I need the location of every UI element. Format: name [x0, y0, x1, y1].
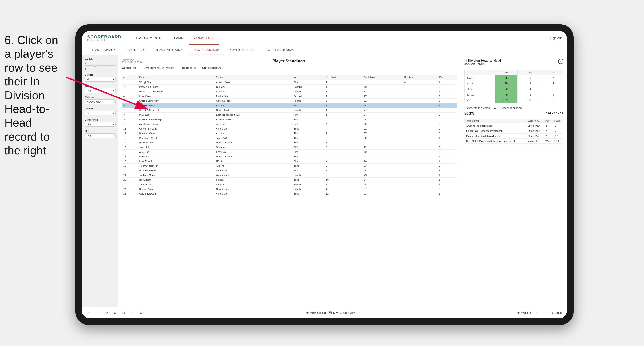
table-row[interactable]: 5 Christo Lamprecht Georgia Tech Fourth … — [122, 99, 457, 103]
nav-tournaments[interactable]: TOURNAMENTS — [130, 31, 166, 45]
export-btn[interactable]: ↑ — [534, 310, 540, 316]
table-row[interactable]: 4 Luke Claton Florida State Second 1 27 … — [122, 94, 457, 99]
table-row[interactable]: 13 Phichaksn Maichon Texas A&M Third 6 3… — [122, 136, 457, 140]
cell-rds — [403, 154, 438, 159]
cell-yr: Third — [292, 127, 324, 131]
undo-button[interactable]: ↩ — [86, 310, 93, 316]
cell-num: 15 — [122, 145, 138, 150]
region-select[interactable]: N/a — [84, 111, 116, 115]
nav-committee[interactable]: COMMITTEE — [189, 31, 219, 45]
table-row[interactable]: 6 Jackson Koivun Auburn First 1 14 1 — [122, 103, 457, 108]
table-row[interactable]: 1 Wenyi Ding Arizona State First 1 8 1 — [122, 80, 457, 85]
cell-rds — [403, 117, 438, 122]
cell-player: Jack Lundin — [138, 182, 215, 187]
table-row[interactable]: 25 Cole Sherwood Vanderbilt Third 12 23 … — [122, 191, 457, 196]
table-row[interactable]: 22 Ian Gilligan Florida Third 10 24 1 — [122, 177, 457, 182]
sub-nav-team-h2h-heatmap[interactable]: TEAM H2H HEATMAP — [151, 45, 189, 55]
cell-school: Georgia Tech — [215, 99, 292, 103]
cell-num: 20 — [122, 168, 138, 173]
view-original-btn[interactable]: 👁 View: Original — [306, 311, 326, 314]
cell-yr: Fourth — [292, 187, 324, 191]
table-row[interactable]: 10 Jacob Mac Diesen Arkansas Fifth 4 25 … — [122, 122, 457, 127]
table-row[interactable]: 16 Alex Goff Kentucky Fifth 8 19 0 — [122, 150, 457, 154]
table-row[interactable]: 9 Preston Summerhays Arizona State Third… — [122, 117, 457, 122]
table-row[interactable]: 12 Brendan Valles Auburn Third 7 27 0 — [122, 131, 457, 136]
table-row[interactable]: 21 Taehoon Song Washington Fourth 6 23 1 — [122, 173, 457, 177]
cell-player: Bastien Amat — [138, 187, 215, 191]
cell-reg: 4 — [325, 159, 362, 164]
sign-out-link[interactable]: Sign out — [550, 36, 562, 40]
h2h-close-button[interactable]: × — [558, 59, 564, 64]
gender-filter-display: Gender: Men — [122, 66, 138, 69]
year-select[interactable]: (All) — [84, 88, 116, 93]
h2h-row: >100 578 11 1 — [464, 98, 564, 103]
cell-num: 2 — [122, 85, 138, 89]
h2h-win: 578 — [495, 98, 518, 103]
cell-rds — [403, 131, 438, 136]
h2h-loss: 4 — [518, 86, 543, 92]
main-content: No Rds. 6 0 Gender Men Year (A — [82, 55, 567, 307]
cell-yr: Third — [292, 117, 324, 122]
view-original-label: View: Original — [310, 311, 326, 314]
table-row[interactable]: 17 David Ford North Carolina Third 9 21 … — [122, 154, 457, 159]
cell-reg: 8 — [325, 150, 362, 154]
grid-btn[interactable]: ⊞ — [542, 310, 549, 316]
sub-nav-team-summary[interactable]: TEAM SUMMARY — [87, 45, 120, 55]
table-row[interactable]: 3 Michael Thorbjornsen Stanford Fourth 1… — [122, 89, 457, 94]
t-col-pos: Pos — [544, 119, 552, 123]
sub-nav-team-h2h-grid[interactable]: TEAM H2H GRID — [120, 45, 151, 55]
refresh-button[interactable]: ↻ — [138, 310, 144, 316]
cell-conf — [362, 80, 403, 85]
tournament-row: Mirabel Maui Jim Intercollegiate Stroke … — [464, 134, 564, 139]
tournament-row: Fallon Oak Collegiate Invitational Strok… — [464, 129, 564, 134]
table-row[interactable]: 23 Jack Lundin Missouri Fourth 11 24 1 — [122, 182, 457, 187]
cell-school: Vanderbilt — [215, 168, 292, 173]
conference-select[interactable]: (All) — [84, 122, 116, 127]
cell-win: 0 — [438, 117, 457, 122]
division-select[interactable]: NCAA Division I — [84, 100, 116, 104]
more-options-button[interactable]: ··· — [129, 310, 136, 316]
sub-nav-player-h2h-heatmap[interactable]: PLAYER H2H HEATMAP — [259, 45, 300, 55]
cell-yr: Third — [292, 164, 324, 168]
sub-nav-player-h2h-grid[interactable]: PLAYER H2H GRID — [224, 45, 259, 55]
opponents-stats: 98.1% 674 - 33 - 12 — [464, 111, 564, 115]
cell-reg: 9 — [325, 168, 362, 173]
cell-player: Nicholas Gabrelcik — [138, 108, 215, 113]
h2h-win: 20 — [495, 81, 518, 86]
cell-reg: 3 — [325, 117, 362, 122]
player-select[interactable]: (All) — [84, 133, 116, 138]
cell-school: Arizona State — [215, 117, 292, 122]
standings-table: # Player School Yr Reg Rank Conf Rank No… — [122, 75, 457, 196]
cell-num: 16 — [122, 150, 138, 154]
table-row[interactable]: 19 Tiger Christensen Arizona Third 8 23 … — [122, 164, 457, 168]
share-btn[interactable]: ⬡ Share — [552, 311, 562, 314]
cell-num: 13 — [122, 136, 138, 140]
filter-conference: Conference (All) — [84, 119, 116, 127]
watch-btn[interactable]: 👁 Watch ▾ — [517, 311, 531, 314]
save-custom-btn[interactable]: 💾 Save Custom View — [329, 311, 356, 314]
table-row[interactable]: 8 Mats Ege East Tennessee State Fifth 1 … — [122, 113, 457, 117]
table-row[interactable]: 7 Nicholas Gabrelcik North Florida Fourt… — [122, 108, 457, 113]
rds-slider[interactable] — [84, 65, 116, 66]
table-row[interactable]: 14 Maxwell Ford North Carolina Third 8 2… — [122, 140, 457, 145]
t-pos: 2 — [544, 129, 552, 134]
nav-teams[interactable]: TEAMS — [166, 31, 189, 45]
cell-reg: 1 — [325, 85, 362, 89]
redo-button[interactable]: ↪ — [95, 310, 102, 316]
player-filter-label: Player — [84, 130, 116, 132]
table-row[interactable]: 2 Michael La Sasse Ole Miss Second 1 19 … — [122, 85, 457, 89]
table-row[interactable]: 24 Bastien Amat New Mexico Fourth 1 27 2 — [122, 187, 457, 191]
cell-yr: First — [292, 80, 324, 85]
sub-nav-player-summary[interactable]: PLAYER SUMMARY — [189, 45, 224, 55]
table-row[interactable]: 15 Jake Hall Tennessee Fifth 8 22 0 — [122, 145, 457, 150]
cell-win: 1 — [438, 182, 457, 187]
table-row[interactable]: 18 Luke Powell UCLA First 4 24 1 — [122, 159, 457, 164]
copy-button[interactable]: ⧉ — [112, 310, 118, 316]
forward-button[interactable]: ⟳ — [104, 310, 110, 316]
table-row[interactable]: 11 Gordon Sargent Vanderbilt Third 4 21 … — [122, 127, 457, 131]
table-row[interactable]: 20 Matthew Riedel Vanderbilt Fifth 9 24 … — [122, 168, 457, 173]
paste-button[interactable]: ⊕ — [120, 310, 127, 316]
cell-school: Tennessee — [215, 145, 292, 150]
gender-select[interactable]: Men — [84, 77, 116, 82]
cell-reg: 6 — [325, 136, 362, 140]
